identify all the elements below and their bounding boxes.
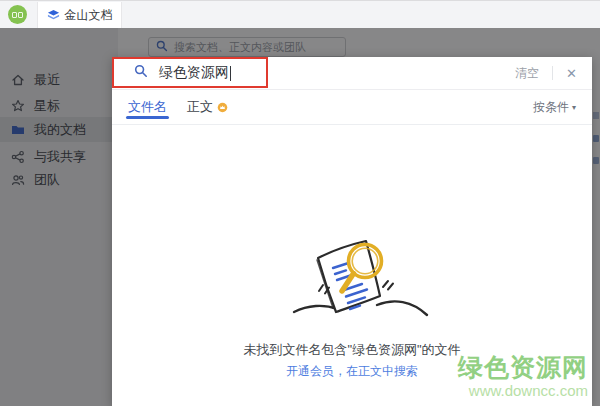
watermark-site-name: 绿色资源网 xyxy=(458,355,588,380)
vip-badge-icon xyxy=(217,102,228,113)
docs-logo-icon xyxy=(47,9,60,22)
search-query-text[interactable]: 绿色资源网 xyxy=(159,64,229,82)
search-icon xyxy=(134,64,148,82)
chevron-down-icon: ▾ xyxy=(572,103,576,112)
tab-filename-label: 文件名 xyxy=(128,98,167,116)
filter-by-condition[interactable]: 按条件 ▾ xyxy=(533,99,576,116)
avatar-glyph xyxy=(18,12,23,18)
watermark: 绿色资源网 www.downcc.com xyxy=(458,355,588,398)
avatar[interactable] xyxy=(8,5,27,24)
clear-button[interactable]: 清空 xyxy=(515,65,539,82)
close-icon[interactable]: ✕ xyxy=(566,67,577,80)
search-panel: 绿色资源网 清空 ✕ 文件名 正文 按条件 xyxy=(112,57,592,406)
text-cursor xyxy=(230,66,231,81)
app-tab-label: 金山文档 xyxy=(65,7,113,24)
watermark-site-url: www.downcc.com xyxy=(458,383,588,398)
filter-label: 按条件 xyxy=(533,99,569,116)
top-tab-bar: 金山文档 xyxy=(0,0,600,28)
tab-body-label: 正文 xyxy=(187,98,213,116)
search-query-row[interactable]: 绿色资源网 清空 ✕ xyxy=(112,57,592,90)
tab-kingsoft-docs[interactable]: 金山文档 xyxy=(37,2,122,29)
tab-filename[interactable]: 文件名 xyxy=(128,90,167,125)
tab-body-text[interactable]: 正文 xyxy=(187,90,228,125)
result-tabs-row: 文件名 正文 按条件 ▾ xyxy=(112,90,592,125)
empty-state-illustration xyxy=(280,228,440,338)
divider xyxy=(552,66,553,80)
avatar-glyph xyxy=(12,12,17,18)
screen: 金山文档 最近 星标 xyxy=(0,0,600,406)
